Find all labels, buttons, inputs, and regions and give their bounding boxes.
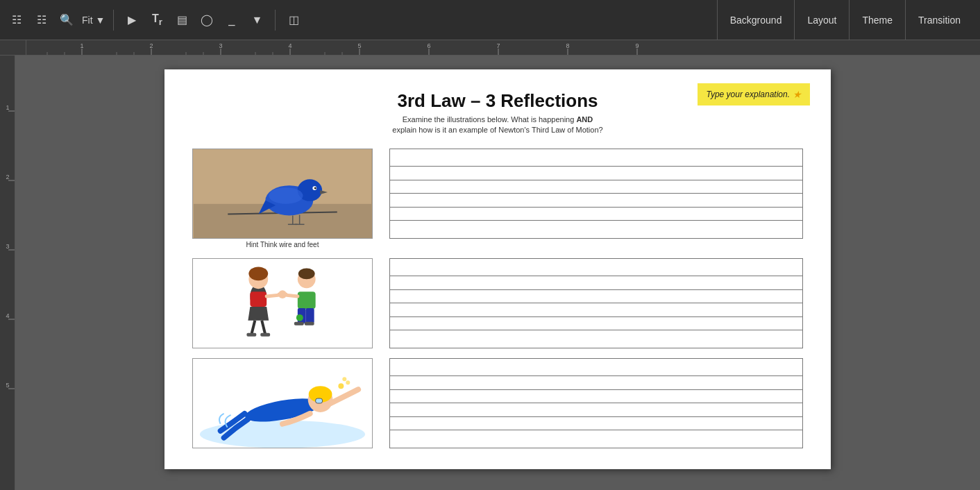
svg-rect-67	[298, 292, 316, 309]
lines-box-swimmer[interactable]	[389, 358, 803, 448]
content-row-bird: Hint Think wire and feet	[192, 149, 803, 248]
svg-rect-58	[250, 292, 267, 307]
svg-point-71	[296, 314, 303, 321]
subtitle-and: AND	[576, 115, 593, 124]
skaters-image	[192, 258, 373, 348]
svg-rect-63	[246, 332, 256, 336]
svg-rect-64	[260, 332, 270, 336]
svg-rect-73	[305, 322, 314, 326]
svg-rect-80	[316, 398, 323, 403]
svg-point-83	[342, 377, 346, 381]
lines-box-bird[interactable]	[389, 149, 803, 239]
ruler-horizontal: 1 2 3 4 5 6 7 8 9	[26, 40, 980, 56]
svg-marker-59	[248, 307, 269, 321]
writing-line	[390, 375, 802, 376]
svg-text:4: 4	[6, 312, 9, 319]
svg-point-49	[314, 187, 316, 189]
svg-text:3: 3	[219, 42, 222, 49]
writing-line	[390, 403, 802, 403]
svg-point-46	[269, 187, 303, 204]
divider-2	[275, 10, 276, 31]
background-button[interactable]: Background	[717, 0, 795, 40]
svg-rect-72	[294, 322, 304, 326]
svg-text:9: 9	[635, 42, 639, 49]
svg-rect-29	[0, 56, 15, 490]
slides-panel-icon[interactable]: ☷	[7, 10, 26, 30]
note-star-icon: ★	[793, 89, 802, 100]
slide-subtitle: Examine the illustrations below. What is…	[192, 115, 803, 136]
fit-button[interactable]: Fit ▼	[82, 15, 105, 26]
svg-point-66	[298, 268, 315, 279]
canvas-area: Type your explanation. ★ 3rd Law – 3 Ref…	[15, 56, 980, 490]
svg-text:2: 2	[6, 174, 9, 180]
swimmer-image	[192, 358, 373, 448]
writing-line	[390, 316, 802, 317]
svg-text:1: 1	[80, 42, 83, 49]
image-section-swimmer	[192, 358, 373, 448]
zoom-icon[interactable]: 🔍	[57, 10, 76, 30]
writing-line	[390, 193, 802, 194]
svg-point-74	[278, 290, 287, 298]
grid-view-icon[interactable]: ☷	[32, 10, 51, 30]
content-row-skaters	[192, 258, 803, 348]
svg-rect-69	[306, 308, 314, 323]
svg-point-82	[346, 380, 350, 385]
ruler-vertical-svg: 1 2 3 4 5	[0, 56, 15, 490]
text-icon[interactable]: Tr	[147, 10, 167, 30]
svg-point-57	[248, 267, 268, 280]
image-section-skaters	[192, 258, 373, 348]
svg-rect-0	[26, 40, 980, 56]
svg-rect-54	[193, 258, 372, 348]
divider-1	[113, 10, 114, 31]
fit-dropdown-arrow[interactable]: ▼	[96, 15, 105, 26]
slide: Type your explanation. ★ 3rd Law – 3 Ref…	[164, 69, 831, 469]
ruler-corner	[0, 40, 26, 56]
cursor-icon[interactable]: ▶	[122, 10, 142, 30]
layout-button[interactable]: Layout	[794, 0, 849, 40]
content-row-swimmer	[192, 358, 803, 448]
main-area: 1 2 3 4 5 Type your explanation. ★ 3rd L…	[0, 56, 980, 490]
lines-box-skaters[interactable]	[389, 258, 803, 348]
writing-line	[390, 220, 802, 221]
writing-line	[390, 416, 802, 417]
line-dropdown-icon[interactable]: ▼	[247, 10, 267, 30]
shapes-icon[interactable]: ◯	[197, 10, 217, 30]
skaters-svg	[193, 258, 372, 348]
image-section-bird: Hint Think wire and feet	[192, 149, 373, 248]
subtitle-line1: Examine the illustrations below. What is…	[403, 115, 575, 124]
svg-text:5: 5	[6, 382, 9, 389]
writing-line	[390, 303, 802, 303]
toolbar: ☷ ☷ 🔍 Fit ▼ ▶ Tr ▤ ◯ ⎯ ▼ ◫ Background La…	[0, 0, 980, 40]
ruler-top-container: 1 2 3 4 5 6 7 8 9	[0, 40, 980, 56]
line-icon[interactable]: ⎯	[222, 10, 242, 30]
svg-text:7: 7	[496, 42, 500, 49]
svg-text:5: 5	[357, 42, 361, 49]
image-icon[interactable]: ▤	[172, 10, 192, 30]
bird-image	[192, 149, 373, 239]
writing-line	[390, 276, 802, 276]
writing-line	[390, 389, 802, 390]
content-rows: Hint Think wire and feet	[192, 149, 803, 448]
ruler-horizontal-svg: 1 2 3 4 5 6 7 8 9	[26, 40, 980, 56]
theme-button[interactable]: Theme	[849, 0, 905, 40]
note-text: Type your explanation.	[706, 90, 790, 99]
fit-label: Fit	[82, 15, 93, 26]
table-icon[interactable]: ◫	[284, 10, 303, 30]
toolbar-right: Background Layout Theme Transition	[717, 0, 973, 40]
writing-line	[390, 289, 802, 290]
svg-point-81	[338, 383, 344, 389]
transition-button[interactable]: Transition	[905, 0, 973, 40]
bird-hint: Hint Think wire and feet	[246, 241, 319, 248]
swimmer-svg	[193, 358, 372, 448]
writing-line	[390, 430, 802, 430]
svg-text:2: 2	[149, 42, 153, 49]
note-box[interactable]: Type your explanation. ★	[698, 83, 810, 105]
svg-text:8: 8	[566, 42, 569, 49]
svg-text:3: 3	[6, 243, 9, 250]
bird-svg	[193, 149, 372, 238]
svg-text:1: 1	[6, 104, 9, 111]
subtitle-line2: explain how is it an example of Newton's…	[392, 126, 602, 134]
writing-line	[390, 166, 802, 167]
svg-text:4: 4	[288, 42, 292, 49]
svg-text:6: 6	[427, 42, 430, 49]
